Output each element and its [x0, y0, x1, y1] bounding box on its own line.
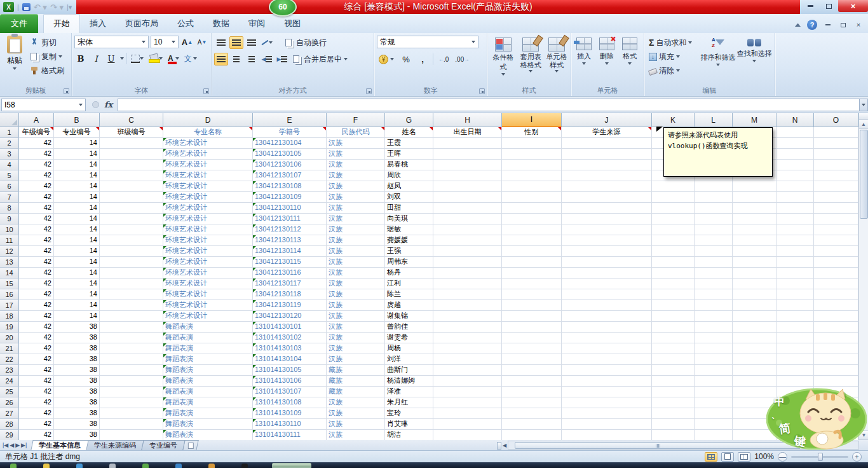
- cell-J6[interactable]: [562, 181, 652, 192]
- cell-L7[interactable]: [695, 192, 733, 203]
- cell-K28[interactable]: [652, 419, 695, 430]
- cell-G6[interactable]: 赵凤: [385, 181, 433, 192]
- cell-J18[interactable]: [562, 311, 652, 322]
- cell-I23[interactable]: [502, 365, 562, 376]
- cell-L23[interactable]: [695, 365, 733, 376]
- cell-O9[interactable]: [814, 214, 858, 224]
- cell-L13[interactable]: [695, 257, 733, 268]
- cell-D24[interactable]: 舞蹈表演: [163, 376, 253, 387]
- cell-I17[interactable]: [502, 300, 562, 311]
- cell-C29[interactable]: [100, 430, 163, 440]
- taskbar-icon[interactable]: [109, 464, 116, 468]
- dialog-launcher-icon[interactable]: [366, 88, 372, 94]
- cell-C5[interactable]: [100, 170, 163, 181]
- cell-B25[interactable]: 38: [54, 387, 100, 397]
- cell-J4[interactable]: [562, 160, 652, 170]
- cell-N23[interactable]: [776, 365, 814, 376]
- sheet-tab-学生来源编码[interactable]: 学生来源编码: [86, 440, 144, 450]
- cell-J17[interactable]: [562, 300, 652, 311]
- dialog-launcher-icon[interactable]: [479, 88, 485, 94]
- zoom-in-button[interactable]: +: [852, 452, 862, 462]
- close-button[interactable]: ×: [838, 0, 868, 12]
- cell-H24[interactable]: [433, 376, 502, 387]
- save-icon[interactable]: [22, 3, 31, 11]
- cell-K13[interactable]: [652, 257, 695, 268]
- cell-B1[interactable]: 专业编号: [54, 127, 100, 138]
- cell-E3[interactable]: 130412130105: [253, 149, 327, 160]
- cell-F25[interactable]: 藏族: [327, 387, 385, 397]
- excel-app-icon[interactable]: X: [3, 2, 14, 12]
- cell-H7[interactable]: [433, 192, 502, 203]
- cell-O14[interactable]: [814, 268, 858, 279]
- align-center-button[interactable]: [229, 53, 243, 65]
- cell-A7[interactable]: 42: [19, 192, 54, 203]
- cell-H15[interactable]: [433, 279, 502, 289]
- cell-B15[interactable]: 14: [54, 279, 100, 289]
- scroll-left-icon[interactable]: ◀: [503, 443, 506, 448]
- cell-F2[interactable]: 汉族: [327, 138, 385, 149]
- cell-N5[interactable]: [776, 170, 814, 181]
- cell-M22[interactable]: [733, 354, 776, 365]
- cell-I10[interactable]: [502, 224, 562, 235]
- cell-G11[interactable]: 龚媛媛: [385, 235, 433, 246]
- cell-I1[interactable]: 性别: [502, 127, 562, 138]
- align-top-button[interactable]: [214, 36, 228, 49]
- cell-L24[interactable]: [695, 376, 733, 387]
- cell-O23[interactable]: [814, 365, 858, 376]
- cell-F18[interactable]: 汉族: [327, 311, 385, 322]
- cell-A19[interactable]: 42: [19, 322, 54, 333]
- cell-A17[interactable]: 42: [19, 300, 54, 311]
- ribbon-tab-page-layout[interactable]: 页面布局: [116, 15, 168, 33]
- cell-K18[interactable]: [652, 311, 695, 322]
- column-header-O[interactable]: O: [814, 113, 858, 127]
- cell-H8[interactable]: [433, 203, 502, 214]
- cell-J14[interactable]: [562, 268, 652, 279]
- underline-button[interactable]: U: [105, 52, 118, 65]
- cell-C11[interactable]: [100, 235, 163, 246]
- insert-cells-button[interactable]: 插入: [574, 36, 594, 85]
- cell-I16[interactable]: [502, 289, 562, 300]
- cell-N6[interactable]: [776, 181, 814, 192]
- cell-H11[interactable]: [433, 235, 502, 246]
- cell-E6[interactable]: 130412130108: [253, 181, 327, 192]
- cell-M10[interactable]: [733, 224, 776, 235]
- scroll-up-icon[interactable]: ▲: [859, 120, 868, 129]
- cell-E24[interactable]: 131014130106: [253, 376, 327, 387]
- cell-H12[interactable]: [433, 246, 502, 257]
- zoom-slider[interactable]: [791, 456, 848, 458]
- cell-F17[interactable]: 汉族: [327, 300, 385, 311]
- cell-L16[interactable]: [695, 289, 733, 300]
- cell-L26[interactable]: [695, 397, 733, 408]
- cell-M16[interactable]: [733, 289, 776, 300]
- merge-center-button[interactable]: 合并后居中: [290, 52, 349, 66]
- cell-K26[interactable]: [652, 397, 695, 408]
- cell-D15[interactable]: 环境艺术设计: [163, 279, 253, 289]
- cell-D13[interactable]: 环境艺术设计: [163, 257, 253, 268]
- cell-F26[interactable]: 汉族: [327, 397, 385, 408]
- cell-G16[interactable]: 陈兰: [385, 289, 433, 300]
- cell-J11[interactable]: [562, 235, 652, 246]
- cell-F3[interactable]: 汉族: [327, 149, 385, 160]
- cell-C24[interactable]: [100, 376, 163, 387]
- cell-C15[interactable]: [100, 279, 163, 289]
- cell-M11[interactable]: [733, 235, 776, 246]
- column-header-H[interactable]: H: [433, 113, 502, 127]
- row-header-1[interactable]: 1: [0, 127, 19, 138]
- collapse-ribbon-icon[interactable]: [795, 23, 801, 27]
- cell-C17[interactable]: [100, 300, 163, 311]
- cell-F21[interactable]: 汉族: [327, 343, 385, 354]
- cell-F12[interactable]: 汉族: [327, 246, 385, 257]
- cell-I5[interactable]: [502, 170, 562, 181]
- cell-L18[interactable]: [695, 311, 733, 322]
- cell-H1[interactable]: 出生日期: [433, 127, 502, 138]
- cell-D8[interactable]: 环境艺术设计: [163, 203, 253, 214]
- cell-O3[interactable]: [814, 149, 858, 160]
- maximize-button[interactable]: [820, 0, 838, 12]
- cell-C12[interactable]: [100, 246, 163, 257]
- cell-H19[interactable]: [433, 322, 502, 333]
- cell-O21[interactable]: [814, 343, 858, 354]
- cell-C19[interactable]: [100, 322, 163, 333]
- cell-N12[interactable]: [776, 246, 814, 257]
- cell-E13[interactable]: 130412130115: [253, 257, 327, 268]
- cell-B6[interactable]: 14: [54, 181, 100, 192]
